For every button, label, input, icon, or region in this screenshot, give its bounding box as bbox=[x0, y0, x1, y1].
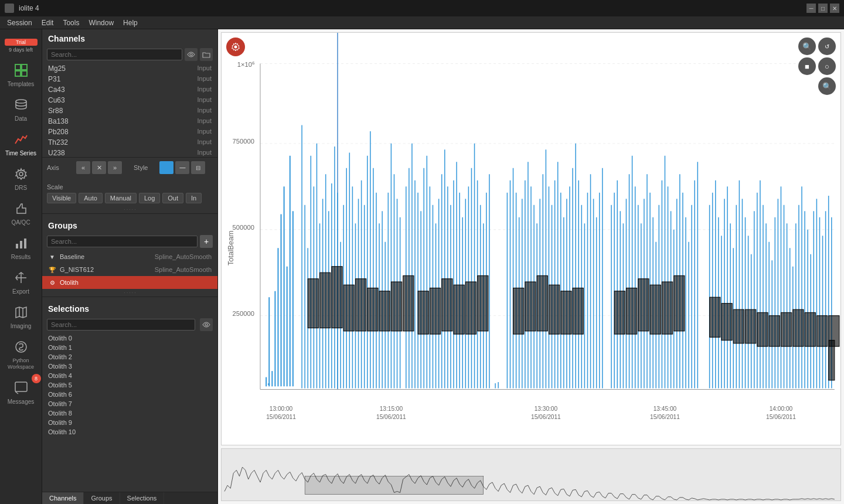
channels-folder-button[interactable] bbox=[200, 48, 213, 61]
chart-reset-button[interactable]: ↺ bbox=[818, 38, 836, 55]
chart-stop-button[interactable]: ■ bbox=[798, 57, 816, 75]
map-icon bbox=[13, 304, 29, 321]
axis-right-button[interactable]: » bbox=[108, 161, 122, 174]
list-item[interactable]: Otolith 1 bbox=[42, 343, 217, 352]
svg-rect-7 bbox=[20, 241, 22, 248]
tab-groups[interactable]: Groups bbox=[84, 492, 120, 504]
sidebar-item-templates[interactable]: Templates bbox=[2, 57, 40, 92]
svg-text:13:30:00: 13:30:00 bbox=[535, 406, 558, 412]
list-item[interactable]: Otolith 10 bbox=[42, 427, 217, 437]
mini-chart[interactable] bbox=[221, 448, 841, 501]
style-buttons: ─ ⊟ bbox=[159, 161, 205, 174]
sidebar-item-messages[interactable]: 8 Messages bbox=[2, 375, 40, 410]
panel-tabs: Channels Groups Selections bbox=[42, 492, 217, 504]
scale-auto-button[interactable]: Auto bbox=[79, 193, 103, 203]
style-fill-button[interactable] bbox=[159, 161, 173, 174]
style-line-button[interactable]: ─ bbox=[175, 161, 189, 174]
svg-rect-236 bbox=[478, 275, 488, 331]
list-item[interactable]: Otolith 4 bbox=[42, 371, 217, 380]
svg-rect-252 bbox=[746, 309, 756, 343]
scale-out-button[interactable]: Out bbox=[162, 193, 183, 203]
svg-rect-227 bbox=[367, 288, 378, 331]
sidebar-item-imaging[interactable]: Imaging bbox=[2, 299, 40, 334]
grid-icon bbox=[13, 62, 29, 79]
chat-icon: 8 bbox=[13, 380, 29, 396]
channel-item-cu63[interactable]: Cu63 Input bbox=[42, 95, 217, 105]
sidebar-item-timeseries[interactable]: Time Series bbox=[2, 127, 40, 161]
channel-name: Th232 bbox=[48, 138, 68, 147]
drag-handle-2[interactable]: · · · · · bbox=[42, 289, 217, 297]
channel-item-ca43[interactable]: Ca43 Input bbox=[42, 84, 217, 95]
list-item[interactable]: Otolith 9 bbox=[42, 418, 217, 427]
tab-selections[interactable]: Selections bbox=[120, 492, 165, 504]
minimize-button[interactable]: ─ bbox=[806, 4, 816, 13]
svg-rect-256 bbox=[793, 309, 804, 346]
gear-icon bbox=[13, 166, 29, 182]
channels-search-input[interactable] bbox=[47, 49, 182, 60]
channels-eye-button[interactable] bbox=[185, 48, 198, 61]
channel-item-u238[interactable]: U238 Input bbox=[42, 148, 217, 157]
list-item[interactable]: Otolith 3 bbox=[42, 362, 217, 371]
channel-type: Input bbox=[198, 75, 212, 83]
svg-rect-2 bbox=[15, 71, 21, 76]
list-item[interactable]: Otolith 8 bbox=[42, 408, 217, 418]
menu-window[interactable]: Window bbox=[84, 18, 118, 28]
sidebar-item-qaqc[interactable]: QA/QC bbox=[2, 196, 40, 230]
svg-rect-225 bbox=[343, 285, 354, 331]
list-item[interactable]: Otolith 6 bbox=[42, 390, 217, 399]
group-item-baseline[interactable]: ▼ Baseline Spline_AutoSmooth bbox=[42, 250, 217, 263]
maximize-button[interactable]: □ bbox=[818, 4, 828, 13]
svg-rect-238 bbox=[525, 282, 536, 331]
chart-zoom-button[interactable]: 🔍 bbox=[798, 38, 816, 55]
group-item-otolith[interactable]: ⚙ Otolith bbox=[42, 276, 217, 289]
svg-rect-226 bbox=[355, 279, 366, 331]
titlebar-left: iolite 4 bbox=[5, 4, 39, 13]
menu-tools[interactable]: Tools bbox=[58, 18, 84, 28]
sidebar-item-trial[interactable]: Trial 9 days left bbox=[2, 34, 40, 57]
list-item[interactable]: Otolith 0 bbox=[42, 333, 217, 343]
channel-item-p31[interactable]: P31 Input bbox=[42, 74, 217, 84]
sidebar-item-drs[interactable]: DRS bbox=[2, 161, 40, 196]
svg-rect-248 bbox=[674, 275, 685, 331]
axis-remove-button[interactable]: ✕ bbox=[92, 161, 106, 174]
channel-item-ba138[interactable]: Ba138 Input bbox=[42, 116, 217, 127]
axis-buttons: « ✕ » bbox=[76, 161, 122, 174]
group-item-nist612[interactable]: 🏆 G_NIST612 Spline_AutoSmooth bbox=[42, 263, 217, 276]
sidebar-label-python: PythonWorkspace bbox=[8, 357, 34, 370]
channel-item-sr88[interactable]: Sr88 Input bbox=[42, 105, 217, 116]
chart-zoom2-button[interactable]: 🔍 bbox=[818, 77, 836, 95]
scale-in-button[interactable]: In bbox=[186, 193, 202, 203]
axis-left-button[interactable]: « bbox=[76, 161, 90, 174]
channel-item-mg25[interactable]: Mg25 Input bbox=[42, 63, 217, 74]
sidebar-item-export[interactable]: Export bbox=[2, 265, 40, 299]
chart-settings-button[interactable] bbox=[226, 38, 245, 56]
scale-visible-button[interactable]: Visible bbox=[47, 193, 76, 203]
sidebar-label-messages: Messages bbox=[8, 399, 35, 405]
list-item[interactable]: Otolith 7 bbox=[42, 399, 217, 408]
channel-type: Input bbox=[198, 117, 212, 125]
channel-item-th232[interactable]: Th232 Input bbox=[42, 137, 217, 148]
selections-eye-button[interactable] bbox=[200, 318, 213, 331]
menu-session[interactable]: Session bbox=[2, 18, 37, 28]
list-item[interactable]: Otolith 5 bbox=[42, 380, 217, 390]
svg-rect-245 bbox=[638, 279, 649, 331]
groups-add-button[interactable]: + bbox=[200, 235, 213, 248]
list-item[interactable]: Otolith 2 bbox=[42, 352, 217, 362]
sidebar-item-results[interactable]: Results bbox=[2, 230, 40, 265]
scale-manual-button[interactable]: Manual bbox=[105, 193, 137, 203]
style-dash-button[interactable]: ⊟ bbox=[191, 161, 205, 174]
menu-help[interactable]: Help bbox=[118, 18, 142, 28]
menu-edit[interactable]: Edit bbox=[37, 18, 59, 28]
sidebar: Trial 9 days left Templates bbox=[0, 29, 42, 504]
channel-item-pb208[interactable]: Pb208 Input bbox=[42, 127, 217, 137]
close-button[interactable]: ✕ bbox=[830, 4, 839, 13]
drag-handle-1[interactable]: · · · · · bbox=[42, 206, 217, 213]
chart-circle-button[interactable]: ○ bbox=[818, 57, 836, 75]
scale-log-button[interactable]: Log bbox=[139, 193, 160, 203]
sidebar-item-python[interactable]: PythonWorkspace bbox=[2, 334, 40, 375]
groups-search-input[interactable] bbox=[47, 236, 198, 247]
tab-channels[interactable]: Channels bbox=[42, 492, 84, 504]
sidebar-item-data[interactable]: Data bbox=[2, 92, 40, 127]
svg-rect-231 bbox=[418, 291, 428, 334]
selections-search-input[interactable] bbox=[47, 319, 195, 331]
